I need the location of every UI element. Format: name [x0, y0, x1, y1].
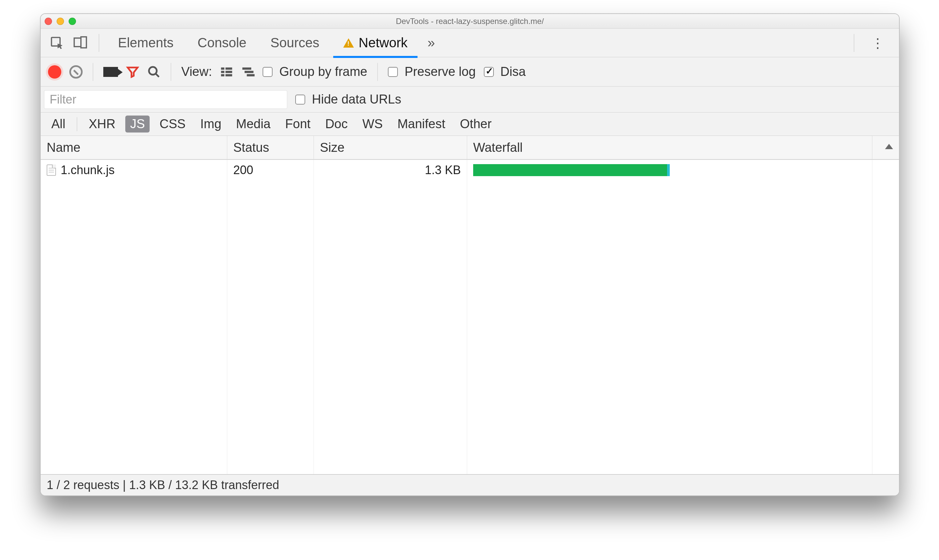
active-tab-underline — [333, 56, 418, 58]
window-title: DevTools - react-lazy-suspense.glitch.me… — [41, 17, 899, 26]
svg-point-3 — [149, 67, 157, 75]
option-label: Hide data URLs — [312, 92, 401, 106]
column-label: Size — [320, 140, 345, 154]
tabs-bar: Elements Console Sources Network » ⋮ — [41, 29, 899, 57]
sort-asc-icon — [885, 144, 893, 149]
column-label: Name — [47, 140, 80, 154]
svg-rect-6 — [221, 71, 225, 73]
cell-empty — [872, 160, 899, 180]
svg-rect-4 — [221, 67, 225, 69]
filter-input[interactable] — [44, 90, 287, 109]
record-button[interactable] — [48, 65, 61, 78]
column-sort[interactable] — [872, 136, 899, 160]
type-filter-all[interactable]: All — [47, 115, 70, 132]
tab-network[interactable]: Network — [333, 29, 418, 57]
type-filter-font[interactable]: Font — [281, 115, 315, 132]
screenshot-capture-icon[interactable] — [103, 67, 118, 77]
type-filter-doc[interactable]: Doc — [321, 115, 353, 132]
cell-name: 1.chunk.js — [41, 160, 227, 180]
column-label: Waterfall — [473, 140, 523, 154]
view-label: View: — [181, 65, 212, 79]
more-options-button[interactable]: ⋮ — [863, 35, 892, 51]
filter-bar: Hide data URLs — [41, 86, 899, 112]
file-icon — [47, 165, 56, 176]
devtools-window: DevTools - react-lazy-suspense.glitch.me… — [40, 13, 900, 496]
checkbox-icon[interactable] — [262, 67, 273, 77]
tab-label: Sources — [271, 35, 319, 50]
svg-rect-7 — [225, 71, 232, 73]
svg-rect-9 — [225, 74, 232, 76]
search-icon[interactable] — [147, 65, 160, 78]
column-status[interactable]: Status — [227, 136, 314, 160]
view-waterfall-icon[interactable] — [241, 65, 254, 78]
status-bar: 1 / 2 requests | 1.3 KB / 13.2 KB transf… — [41, 474, 899, 495]
option-label: Preserve log — [404, 65, 475, 79]
option-label: Disa — [501, 65, 526, 79]
svg-rect-5 — [225, 67, 232, 69]
type-filter-media[interactable]: Media — [231, 115, 275, 132]
tab-console[interactable]: Console — [188, 29, 257, 57]
column-waterfall[interactable]: Waterfall — [467, 136, 872, 160]
warning-icon — [343, 38, 354, 48]
table-header: Name Status Size Waterfall — [41, 136, 899, 160]
svg-rect-8 — [221, 74, 225, 76]
type-filter-ws[interactable]: WS — [358, 115, 387, 132]
svg-rect-2 — [81, 37, 86, 48]
type-filter-xhr[interactable]: XHR — [84, 115, 120, 132]
cell-waterfall — [467, 160, 872, 180]
svg-rect-10 — [242, 67, 251, 69]
group-by-frame-option[interactable]: Group by frame — [262, 65, 367, 79]
type-filter-img[interactable]: Img — [196, 115, 226, 132]
view-large-rows-icon[interactable] — [220, 65, 233, 78]
table-row[interactable]: 1.chunk.js 200 1.3 KB — [41, 160, 899, 180]
tab-elements[interactable]: Elements — [108, 29, 183, 57]
checkbox-icon[interactable] — [295, 95, 305, 105]
hide-data-urls-option[interactable]: Hide data URLs — [295, 92, 401, 106]
cell-size: 1.3 KB — [314, 160, 467, 180]
device-emulation-icon[interactable] — [71, 33, 90, 52]
status-text: 1 / 2 requests | 1.3 KB / 13.2 KB transf… — [47, 478, 279, 492]
window-controls — [45, 18, 76, 25]
type-filter-other[interactable]: Other — [455, 115, 496, 132]
separator — [99, 34, 99, 52]
cell-status: 200 — [227, 160, 314, 180]
column-size[interactable]: Size — [314, 136, 467, 160]
checkbox-icon[interactable] — [388, 67, 398, 77]
disable-cache-option[interactable]: Disa — [484, 65, 526, 79]
table-body: 1.chunk.js 200 1.3 KB — [41, 160, 899, 474]
tabs-overflow-button[interactable]: » — [421, 35, 441, 50]
type-filter-manifest[interactable]: Manifest — [393, 115, 450, 132]
clear-log-button[interactable] — [69, 65, 83, 78]
tab-label: Console — [197, 35, 247, 50]
column-name[interactable]: Name — [41, 136, 227, 160]
titlebar: DevTools - react-lazy-suspense.glitch.me… — [41, 14, 899, 29]
type-filter-css[interactable]: CSS — [155, 115, 190, 132]
file-name: 1.chunk.js — [61, 163, 115, 177]
preserve-log-option[interactable]: Preserve log — [388, 65, 475, 79]
filter-toggle-icon[interactable] — [126, 65, 139, 78]
inspect-element-icon[interactable] — [47, 33, 67, 52]
minimize-window-button[interactable] — [57, 18, 64, 25]
tab-label: Elements — [118, 35, 174, 50]
checkbox-icon[interactable] — [484, 67, 494, 77]
close-window-button[interactable] — [45, 18, 52, 25]
option-label: Group by frame — [279, 65, 367, 79]
type-filter-js[interactable]: JS — [125, 115, 149, 132]
svg-rect-11 — [245, 71, 254, 73]
svg-rect-12 — [247, 74, 254, 76]
separator — [854, 34, 854, 52]
type-filters: All XHR JS CSS Img Media Font Doc WS Man… — [41, 112, 899, 136]
tab-label: Network — [359, 35, 407, 50]
tab-sources[interactable]: Sources — [261, 29, 330, 57]
maximize-window-button[interactable] — [69, 18, 76, 25]
waterfall-bar — [473, 164, 670, 176]
column-label: Status — [233, 140, 269, 154]
network-table: Name Status Size Waterfall 1.chunk.js 20… — [41, 136, 899, 474]
network-toolbar: View: Group by frame Preserve log Disa — [41, 57, 899, 86]
